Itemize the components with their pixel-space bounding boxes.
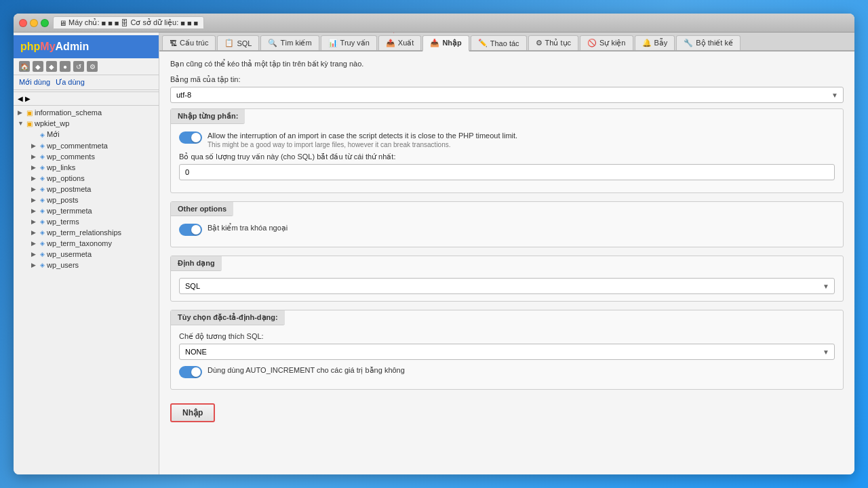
sql-mode-select[interactable]: NONE ANSI DB2 MSSQL [179,344,835,360]
main-window: 🖥 Máy chủ: ■ ■ ■ 🗄 Cơ sở dữ liệu: ■ ■ ■ … [14,14,854,474]
maximize-button[interactable] [41,19,49,27]
sidebar-icons: 🏠 ◆ ◆ ● ↺ ⚙ [14,58,159,75]
table-name: wp_postmeta [47,185,91,193]
title-tab: 🖥 Máy chủ: ■ ■ ■ 🗄 Cơ sở dữ liệu: ■ ■ ■ [53,16,204,29]
content-area: phpMyAdmin 🏠 ◆ ◆ ● ↺ ⚙ Mới dùng Ưa dùng … [14,33,854,474]
tab-thao-tac[interactable]: ✏️ Thao tác [471,35,527,50]
sidebar-icon-refresh[interactable]: ↺ [73,61,84,72]
breadcrumb-database: Cơ sở dữ liệu: [130,18,178,27]
format-header: Định dạng [171,256,222,271]
sidebar-icon-settings[interactable]: ⚙ [87,61,98,72]
toggle-autoincrement-label: Dùng dùng AUTO_INCREMENT cho các giá trị… [208,365,405,375]
minimize-button[interactable] [30,19,38,27]
encoding-row: Bảng mã của tập tin: utf-8 utf-16 latin1… [170,75,844,103]
table-name: wp_termmeta [47,207,92,215]
sidebar-link-new[interactable]: Mới dùng [19,78,50,87]
sidebar-item-commentmeta[interactable]: ▶ ◈ wp_commentmeta [27,140,159,151]
sidebar-item-users[interactable]: ▶ ◈ wp_users [27,260,159,270]
sidebar-item-usermeta[interactable]: ▶ ◈ wp_usermeta [27,249,159,260]
db-icon: 🗄 [121,19,128,27]
toggle-row-foreign: Bật kiểm tra khóa ngoại [179,223,835,236]
sidebar-item-postmeta[interactable]: ▶ ◈ wp_postmeta [27,184,159,195]
db-icon: ▣ [26,120,33,127]
close-button[interactable] [19,19,27,27]
sql-mode-row: Chế độ tương thích SQL: NONE ANSI DB2 MS… [179,332,835,360]
sidebar-shrink[interactable]: ◀ [18,95,23,102]
sidebar-divider-1 [14,92,159,92]
sidebar-item-termmeta[interactable]: ▶ ◈ wp_termmeta [27,205,159,216]
nhap-submit-button[interactable]: Nhập [170,403,215,422]
dot5: ■ [187,19,192,27]
toggle-interrupt-sublabel: This might be a good way to import large… [208,141,517,148]
toggle-autoincrement[interactable] [179,366,202,378]
logo-text: phpMyAdmin [20,41,89,53]
sidebar-item-comments[interactable]: ▶ ◈ wp_comments [27,151,159,162]
tab-bo-thiet-ke-icon: 🔧 [684,39,693,47]
sidebar-icon-home[interactable]: 🏠 [19,61,30,72]
tab-nhap[interactable]: 📥 Nhập [422,35,469,52]
db-name: wpkiet_wp [35,119,69,127]
toggle-interrupt[interactable] [179,131,202,144]
sidebar-divider-2 [14,105,159,106]
format-select-wrapper: SQL CSV JSON XML ▼ [179,278,835,294]
sidebar-item-links[interactable]: ▶ ◈ wp_links [27,162,159,173]
format-select[interactable]: SQL CSV JSON XML [179,278,835,294]
tab-tim-kiem-label: Tìm kiếm [280,39,311,47]
sidebar-icon-1[interactable]: ◆ [33,61,43,72]
tab-xuat[interactable]: 📤 Xuất [378,35,422,50]
sidebar-item-wpkiet-wp[interactable]: ▼ ▣ wpkiet_wp [14,118,159,129]
toggle-row-1: Allow the interruption of an import in c… [179,131,835,148]
sidebar-item-new[interactable]: ◈ Mới [27,129,159,140]
title-bar-text: 🖥 Máy chủ: ■ ■ ■ 🗄 Cơ sở dữ liệu: ■ ■ ■ [53,16,849,29]
db-icon: ▣ [26,109,33,117]
sidebar: phpMyAdmin 🏠 ◆ ◆ ● ↺ ⚙ Mới dùng Ưa dùng … [14,33,159,474]
tab-thao-tac-label: Thao tác [490,39,519,47]
sidebar-item-options[interactable]: ▶ ◈ wp_options [27,173,159,184]
tab-thu-tuc[interactable]: ⚙ Thủ tục [528,35,578,50]
sidebar-item-information-schema[interactable]: ▶ ▣ information_schema [14,107,159,118]
sidebar-item-terms[interactable]: ▶ ◈ wp_terms [27,216,159,227]
sidebar-icon-2[interactable]: ◆ [46,61,57,72]
dot6: ■ [194,19,199,27]
tab-bay[interactable]: 🔔 Bẫy [635,35,675,50]
tab-tim-kiem-icon: 🔍 [268,39,277,47]
sidebar-icon-3[interactable]: ● [60,61,71,72]
section-header-wrapper-4: Tùy chọn đặc-tả-định-dạng: [171,310,843,325]
table-name: wp_term_taxonomy [47,239,112,247]
encoding-select[interactable]: utf-8 utf-16 latin1 [170,87,844,103]
tab-bo-thiet-ke[interactable]: 🔧 Bộ thiết kế [676,35,741,50]
tab-xuat-label: Xuất [398,39,414,47]
partial-import-body: Allow the interruption of an import in c… [171,124,843,192]
format-section: Định dạng SQL CSV JSON XML ▼ [170,256,844,302]
toggle-interrupt-labels: Allow the interruption of an import in c… [208,131,517,148]
submit-row: Nhập [170,398,844,422]
skip-label: Bỏ qua số lượng truy vấn này (cho SQL) b… [179,152,835,161]
tab-tim-kiem[interactable]: 🔍 Tìm kiếm [260,35,319,50]
skip-input[interactable] [179,164,835,180]
tab-cau-truc[interactable]: 🏗 Cấu trúc [162,35,216,50]
table-name: wp_comments [47,152,95,161]
toggle-foreign-key-label: Bật kiểm tra khóa ngoại [208,223,288,233]
sql-mode-label: Chế độ tương thích SQL: [179,332,835,341]
table-name: wp_links [47,163,75,171]
tab-thao-tac-icon: ✏️ [478,39,488,47]
tab-su-kien[interactable]: 🚫 Sự kiện [580,35,633,50]
sidebar-item-term-relationships[interactable]: ▶ ◈ wp_term_relationships [27,227,159,238]
sidebar-link-favorite[interactable]: Ưa dùng [56,78,85,87]
sidebar-expand[interactable]: ▶ [25,95,31,102]
tab-sql[interactable]: 📋 SQL [217,35,259,50]
nav-tabs: 🏗 Cấu trúc 📋 SQL 🔍 Tìm kiếm 📊 Truy vấn 📤 [159,33,854,52]
partial-import-header: Nhập từng phần: [171,109,245,124]
toggle-foreign-key[interactable] [179,224,202,236]
tab-truy-van-label: Truy vấn [340,39,370,47]
breadcrumb-server: Máy chủ: [68,18,100,27]
db-name: information_schema [35,108,102,117]
table-name: wp_terms [47,218,79,226]
other-options-header: Other options [171,202,233,216]
tab-truy-van[interactable]: 📊 Truy vấn [321,35,377,50]
sidebar-item-posts[interactable]: ▶ ◈ wp_posts [27,195,159,205]
sidebar-item-term-taxonomy[interactable]: ▶ ◈ wp_term_taxonomy [27,238,159,249]
expand-icon: ▼ [18,120,24,127]
tab-cau-truc-label: Cấu trúc [180,39,208,47]
tab-bay-icon: 🔔 [642,39,652,47]
